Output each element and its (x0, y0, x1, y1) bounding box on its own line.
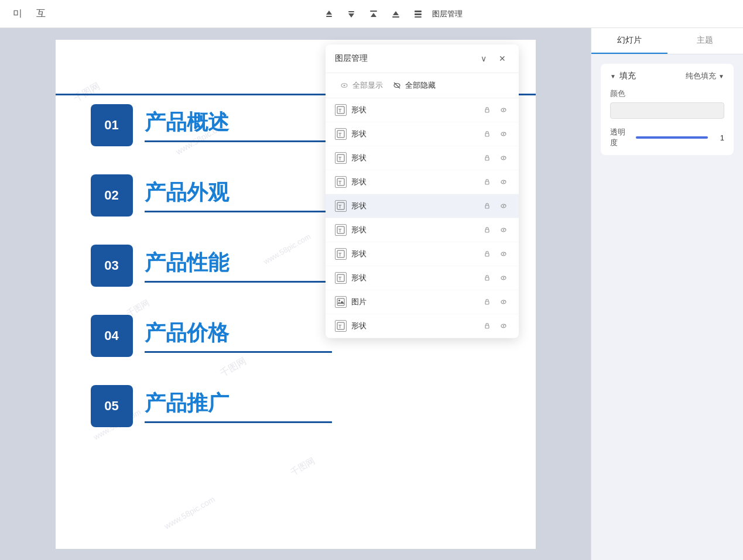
eye-icon-8[interactable] (498, 296, 509, 308)
eye-icon-2[interactable] (498, 152, 509, 164)
arrange-top-icon[interactable] (365, 6, 382, 22)
svg-text:T: T (338, 108, 342, 114)
layer-item-name-3: 形状 (351, 177, 477, 187)
layer-item-8[interactable]: 图片 (326, 290, 519, 314)
layer-panel-header: 图层管理 ∨ ✕ (326, 44, 519, 73)
lock-icon-0[interactable] (481, 104, 493, 116)
eye-slash-icon (392, 81, 402, 90)
eye-icon-3[interactable] (498, 176, 509, 188)
svg-point-56 (338, 300, 340, 301)
layer-item-controls-2 (481, 152, 509, 164)
layer-panel: 图层管理 ∨ ✕ 全部显示 (326, 44, 519, 338)
layer-panel-close-btn[interactable]: ✕ (495, 51, 509, 66)
layer-item-4[interactable]: T形状 (326, 194, 519, 218)
opacity-slider[interactable] (636, 136, 708, 139)
arrange-up-icon[interactable] (321, 6, 337, 22)
svg-point-34 (503, 181, 504, 183)
svg-text:T: T (338, 252, 342, 257)
lock-icon-6[interactable] (481, 248, 493, 260)
menu-text-block-05: 产品推广 (145, 389, 332, 423)
eye-icon-5[interactable] (498, 224, 509, 236)
svg-rect-55 (337, 298, 344, 305)
layer-item-1[interactable]: T形状 (326, 122, 519, 146)
layer-item-5[interactable]: T形状 (326, 218, 519, 242)
watermark-8: 千图网 (289, 455, 317, 478)
lock-icon-3[interactable] (481, 176, 493, 188)
eye-open-icon (340, 81, 349, 90)
layer-manager-label: 图层管理 (432, 9, 463, 19)
layer-item-9[interactable]: T形状 (326, 314, 519, 338)
layer-type-icon-4: T (335, 200, 347, 212)
lock-icon-4[interactable] (481, 200, 493, 212)
layer-item-name-8: 图片 (351, 297, 477, 307)
toolbar-icon-mi[interactable]: 미 (9, 6, 26, 22)
layer-item-name-5: 形状 (351, 225, 477, 235)
layer-item-3[interactable]: T形状 (326, 170, 519, 194)
layer-item-0[interactable]: T形状 (326, 98, 519, 122)
eye-icon-4[interactable] (498, 200, 509, 212)
lock-icon-2[interactable] (481, 152, 493, 164)
menu-num-box-04: 04 (91, 315, 133, 357)
tab-slide[interactable]: 幻灯片 (591, 28, 667, 54)
menu-item-02: 02 产品外观 (91, 174, 332, 217)
menu-text-block-02: 产品外观 (145, 178, 332, 212)
fill-header: ▼ 填充 纯色填充 ▼ (610, 71, 724, 81)
layer-type-icon-6: T (335, 248, 347, 260)
menu-num-box-05: 05 (91, 385, 133, 427)
layer-item-7[interactable]: T形状 (326, 266, 519, 290)
layer-panel-title: 图层管理 (335, 53, 368, 64)
tab-theme[interactable]: 主题 (667, 28, 744, 54)
svg-point-24 (503, 133, 504, 135)
layer-item-name-6: 形状 (351, 249, 477, 259)
svg-rect-8 (415, 11, 422, 12)
layer-manager-icon[interactable] (410, 6, 426, 22)
lock-icon-5[interactable] (481, 224, 493, 236)
eye-icon-7[interactable] (498, 272, 509, 284)
color-swatch[interactable] (610, 102, 724, 119)
fill-chevron-icon[interactable]: ▼ (610, 73, 616, 80)
lock-icon-9[interactable] (481, 320, 493, 332)
layer-item-name-9: 形状 (351, 321, 477, 331)
eye-icon-9[interactable] (498, 320, 509, 332)
menu-text-block-03: 产品性能 (145, 249, 332, 283)
layer-item-controls-7 (481, 272, 509, 284)
watermark-1: 千图网 (71, 80, 102, 105)
layer-item-2[interactable]: T形状 (326, 146, 519, 170)
layer-list[interactable]: T形状T形状T形状T形状T形状T形状T形状T形状图片T形状 (326, 98, 519, 338)
menu-text-block-01: 产品概述 (145, 108, 332, 142)
layer-type-icon-5: T (335, 224, 347, 236)
menu-num-box-02: 02 (91, 174, 133, 217)
svg-point-59 (503, 301, 504, 303)
eye-icon-1[interactable] (498, 128, 509, 140)
menu-item-01: 01 产品概述 (91, 104, 332, 146)
fill-type-selector[interactable]: 纯色填充 ▼ (686, 71, 724, 81)
layer-type-icon-2: T (335, 152, 347, 164)
arrange-bottom-icon[interactable] (388, 6, 404, 22)
layer-item-6[interactable]: T形状 (326, 242, 519, 266)
menu-item-05: 05 产品推广 (91, 385, 332, 427)
menu-item-04: 04 产品价格 (91, 315, 332, 357)
svg-rect-7 (392, 16, 399, 18)
eye-icon-0[interactable] (498, 104, 509, 116)
layer-panel-collapse-btn[interactable]: ∨ (477, 51, 491, 66)
svg-point-54 (503, 277, 504, 279)
menu-num-box-03: 03 (91, 245, 133, 287)
right-panel-tabs: 幻灯片 主题 (591, 28, 743, 54)
toolbar-icon-hu[interactable]: 互 (33, 6, 49, 22)
lock-icon-1[interactable] (481, 128, 493, 140)
opacity-row: 透明度 1 (610, 127, 724, 148)
svg-rect-52 (485, 277, 489, 280)
layer-type-icon-1: T (335, 128, 347, 140)
svg-rect-9 (415, 13, 422, 15)
eye-icon-6[interactable] (498, 248, 509, 260)
svg-text:T: T (338, 204, 342, 209)
menu-item-03: 03 产品性能 (91, 245, 332, 287)
hide-all-btn[interactable]: 全部隐藏 (388, 78, 440, 93)
canvas-area[interactable]: 千图网 www.58pic.com 千图网 www.58pic.com 千图网 … (0, 28, 591, 560)
fill-section: ▼ 填充 纯色填充 ▼ 颜色 透明度 (601, 64, 734, 155)
lock-icon-8[interactable] (481, 296, 493, 308)
show-all-btn[interactable]: 全部显示 (335, 78, 388, 93)
arrange-down-icon[interactable] (343, 6, 359, 22)
lock-icon-7[interactable] (481, 272, 493, 284)
menu-underline-01 (145, 140, 332, 142)
